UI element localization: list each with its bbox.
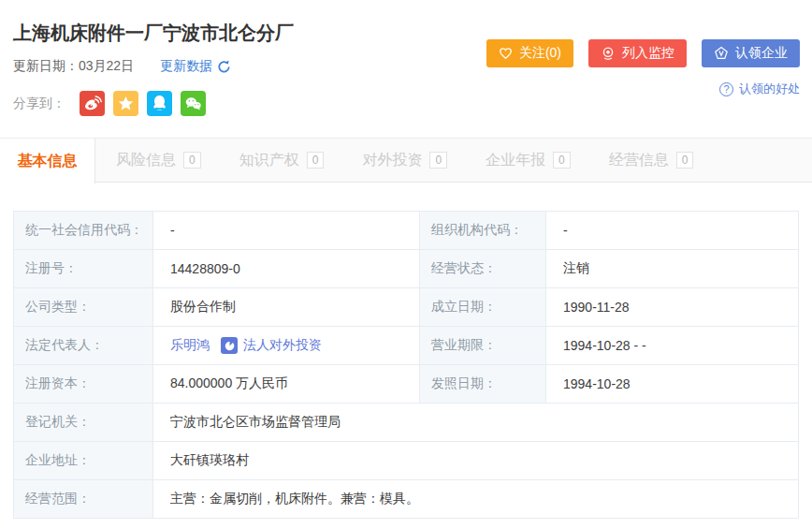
reg-capital-value: 84.000000 万人民币 (153, 365, 420, 404)
org-code-label: 组织机构代码： (420, 212, 546, 250)
table-row: 法定代表人： 乐明鸿 法人对外投资 营业期限： 1994-10-28 - - (14, 327, 799, 365)
credit-code-value: - (153, 212, 420, 250)
business-term-value: 1994-10-28 - - (546, 327, 799, 365)
claim-button[interactable]: 认领企业 (702, 39, 800, 67)
license-date-value: 1994-10-28 (546, 365, 799, 404)
status-value: 注销 (546, 250, 799, 288)
wechat-icon[interactable] (181, 91, 206, 116)
tab-risk-info-count-badge: 0 (183, 152, 201, 169)
legal-rep-invest-link[interactable]: 法人对外投资 (243, 337, 322, 354)
company-type-label: 公司类型： (14, 288, 153, 327)
table-row: 注册号： 14428809-0 经营状态： 注销 (14, 250, 799, 288)
reg-number-value: 14428809-0 (153, 250, 420, 288)
monitor-button[interactable]: 列入监控 (588, 39, 687, 67)
update-row: 更新日期：03月22日 更新数据 (13, 58, 231, 75)
address-label: 企业地址： (14, 442, 153, 480)
legal-rep-value: 乐明鸿 法人对外投资 (153, 327, 420, 365)
table-row: 注册资本： 84.000000 万人民币 发照日期： 1994-10-28 (14, 365, 799, 404)
tab-risk-info-label: 风险信息 (116, 151, 176, 170)
company-type-value: 股份合作制 (153, 288, 420, 327)
reg-number-label: 注册号： (14, 250, 153, 288)
follow-button[interactable]: 关注(0) (486, 39, 573, 67)
tab-annual-report-count-badge: 0 (553, 152, 571, 169)
refresh-data-label: 更新数据 (160, 58, 212, 75)
tab-business-info-label: 经营信息 (609, 151, 669, 170)
basic-info-table: 统一社会信用代码： - 组织机构代码： - 注册号： 14428809-0 经营… (13, 211, 799, 519)
claim-benefits-label: 认领的好处 (739, 81, 800, 97)
action-buttons: 关注(0) 列入监控 认领企业 (486, 39, 800, 67)
claim-benefits-link[interactable]: ? 认领的好处 (719, 81, 800, 97)
follow-button-label: 关注(0) (519, 45, 561, 62)
table-row: 经营范围： 主营：金属切削，机床附件。兼营：模具。 (14, 480, 799, 519)
claim-button-label: 认领企业 (735, 45, 788, 62)
pie-chart-icon[interactable] (221, 337, 238, 354)
share-row: 分享到： (13, 91, 206, 116)
establish-date-label: 成立日期： (420, 288, 546, 327)
legal-rep-label: 法定代表人： (14, 327, 153, 365)
tab-annual-report-label: 企业年报 (486, 151, 545, 170)
company-profile-page: 上海机床附件一厂宁波市北仑分厂 更新日期：03月22日 更新数据 分享到： (0, 0, 812, 529)
table-row: 登记机关： 宁波市北仑区市场监督管理局 (14, 404, 799, 442)
qq-icon[interactable] (147, 91, 172, 116)
table-row: 统一社会信用代码： - 组织机构代码： - (14, 212, 799, 250)
tab-outbound-investment[interactable]: 对外投资 0 (344, 139, 465, 182)
tab-annual-report[interactable]: 企业年报 0 (468, 139, 588, 182)
table-row: 企业地址： 大矸镇瑛珞村 (14, 442, 799, 480)
refresh-data-link[interactable]: 更新数据 (160, 58, 231, 75)
weibo-icon[interactable] (80, 91, 105, 116)
pentagon-v-icon (714, 46, 729, 61)
business-term-label: 营业期限： (420, 327, 546, 365)
refresh-icon (217, 60, 231, 74)
tab-intellectual-property-count-badge: 0 (307, 152, 325, 169)
org-code-value: - (546, 212, 799, 250)
tab-risk-info[interactable]: 风险信息 0 (98, 139, 219, 182)
webcam-icon (601, 46, 616, 61)
tab-outbound-investment-label: 对外投资 (362, 151, 422, 170)
tab-basic-info[interactable]: 基本信息 (0, 139, 95, 184)
tab-business-info[interactable]: 经营信息 0 (591, 139, 712, 182)
qzone-icon[interactable] (113, 91, 138, 116)
question-icon: ? (719, 82, 733, 96)
tab-intellectual-property-label: 知识产权 (239, 151, 299, 170)
monitor-button-label: 列入监控 (622, 45, 674, 62)
establish-date-value: 1990-11-28 (546, 288, 799, 327)
tab-outbound-investment-count-badge: 0 (429, 152, 447, 169)
license-date-label: 发照日期： (420, 365, 546, 404)
legal-rep-name-link[interactable]: 乐明鸿 (170, 337, 210, 354)
table-row: 公司类型： 股份合作制 成立日期： 1990-11-28 (14, 288, 799, 327)
reg-authority-label: 登记机关： (14, 404, 153, 442)
address-value: 大矸镇瑛珞村 (153, 442, 799, 480)
status-label: 经营状态： (420, 250, 546, 288)
page-title: 上海机床附件一厂宁波市北仑分厂 (13, 21, 294, 46)
tab-bar: 基本信息 风险信息 0 知识产权 0 对外投资 0 企业年报 0 经营信息 0 (0, 138, 812, 183)
heart-icon (499, 47, 513, 60)
reg-capital-label: 注册资本： (14, 365, 153, 404)
business-scope-value: 主营：金属切削，机床附件。兼营：模具。 (153, 480, 799, 519)
update-date-label: 更新日期：03月22日 (13, 58, 134, 75)
tab-intellectual-property[interactable]: 知识产权 0 (222, 139, 342, 182)
tab-business-info-count-badge: 0 (676, 152, 694, 169)
credit-code-label: 统一社会信用代码： (14, 212, 153, 250)
reg-authority-value: 宁波市北仑区市场监督管理局 (153, 404, 799, 442)
share-label: 分享到： (13, 96, 65, 112)
business-scope-label: 经营范围： (14, 480, 153, 519)
